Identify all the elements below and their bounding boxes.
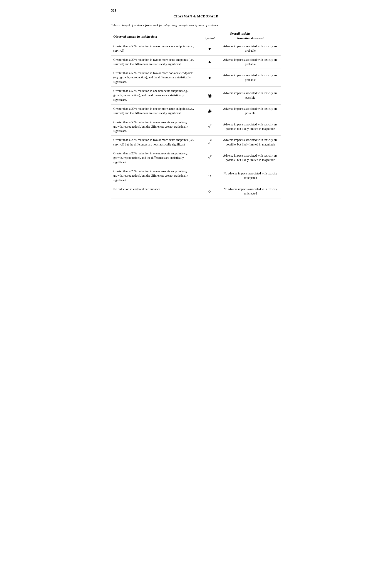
observed-text: Greater than a 50% reduction in one non-… bbox=[113, 89, 188, 102]
narrative-text: Adverse impacts associated with toxicity… bbox=[223, 123, 278, 130]
table-row: Greater than a 20% reduction in two or m… bbox=[111, 136, 281, 149]
page-header: CHAPMAN & MCDONALD bbox=[111, 15, 281, 18]
observed-text: Greater than a 20% reduction in one non-… bbox=[113, 152, 188, 164]
symbol: ● bbox=[208, 77, 211, 80]
symbol: ◉ bbox=[208, 110, 212, 113]
symbol: ○# bbox=[208, 157, 212, 160]
narrative-text: Adverse impacts associated with toxicity… bbox=[223, 154, 278, 162]
observed-text: Greater than a 20% reduction in two or m… bbox=[113, 138, 194, 146]
narrative-text: Adverse impacts associated with toxicity… bbox=[223, 58, 278, 66]
observed-text: Greater than a 20% reduction in one or m… bbox=[113, 107, 194, 115]
table-row: Greater than a 50% reduction in two or m… bbox=[111, 69, 281, 87]
narrative-text: No adverse impacts associated with toxic… bbox=[224, 187, 277, 195]
narrative-text: Adverse impacts associated with toxicity… bbox=[223, 138, 278, 146]
table-row: Greater than a 50% reduction in one non-… bbox=[111, 87, 281, 105]
page-number: 324 bbox=[111, 9, 281, 13]
col-symbol-header: Symbol bbox=[204, 36, 214, 40]
observed-text: Greater than a 20% reduction in one non-… bbox=[113, 170, 188, 182]
table-row: Greater than a 50% reduction in one or m… bbox=[111, 42, 281, 56]
col-observed-header: Observed pattern in toxicity data bbox=[113, 35, 157, 38]
table-row: Greater than a 50% reduction in one non-… bbox=[111, 118, 281, 136]
overall-toxicity-header: Overall toxicity bbox=[230, 32, 250, 35]
narrative-text: No adverse impacts associated with toxic… bbox=[224, 172, 277, 179]
symbol: ● bbox=[208, 47, 211, 51]
table-row: Greater than a 20% reduction in two or m… bbox=[111, 55, 281, 69]
symbol: ● bbox=[208, 61, 211, 64]
narrative-text: Adverse impacts associated with toxicity… bbox=[223, 45, 278, 52]
symbol: ○ bbox=[208, 190, 211, 194]
narrative-text: Adverse impacts associated with toxicity… bbox=[223, 92, 278, 99]
observed-text: Greater than a 50% reduction in one non-… bbox=[113, 121, 188, 133]
symbol: ○ bbox=[208, 174, 211, 178]
main-table: Observed pattern in toxicity data Overal… bbox=[111, 30, 281, 198]
table-caption: Table 5. Weight of evidence framework fo… bbox=[111, 24, 281, 27]
narrative-text: Adverse impacts associated with toxicity… bbox=[223, 74, 278, 81]
table-row: Greater than a 20% reduction in one non-… bbox=[111, 149, 281, 167]
symbol: ○# bbox=[208, 141, 212, 145]
table-row: No reduction in endpoint performance ○ N… bbox=[111, 185, 281, 198]
observed-text: Greater than a 50% reduction in one or m… bbox=[113, 45, 194, 52]
narrative-text: Adverse impacts associated with toxicity… bbox=[223, 107, 278, 115]
symbol: ◉ bbox=[208, 94, 212, 98]
symbol: ○# bbox=[208, 125, 212, 129]
col-narrative-header: Narrative statement bbox=[237, 36, 264, 40]
table-row: Greater than a 20% reduction in one or m… bbox=[111, 104, 281, 118]
observed-text: Greater than a 20% reduction in two or m… bbox=[113, 58, 194, 66]
table-row: Greater than a 20% reduction in one non-… bbox=[111, 167, 281, 185]
observed-text: Greater than a 50% reduction in two or m… bbox=[113, 71, 194, 84]
header-row-overall: Observed pattern in toxicity data Overal… bbox=[111, 30, 281, 36]
observed-text: No reduction in endpoint performance bbox=[113, 187, 160, 191]
